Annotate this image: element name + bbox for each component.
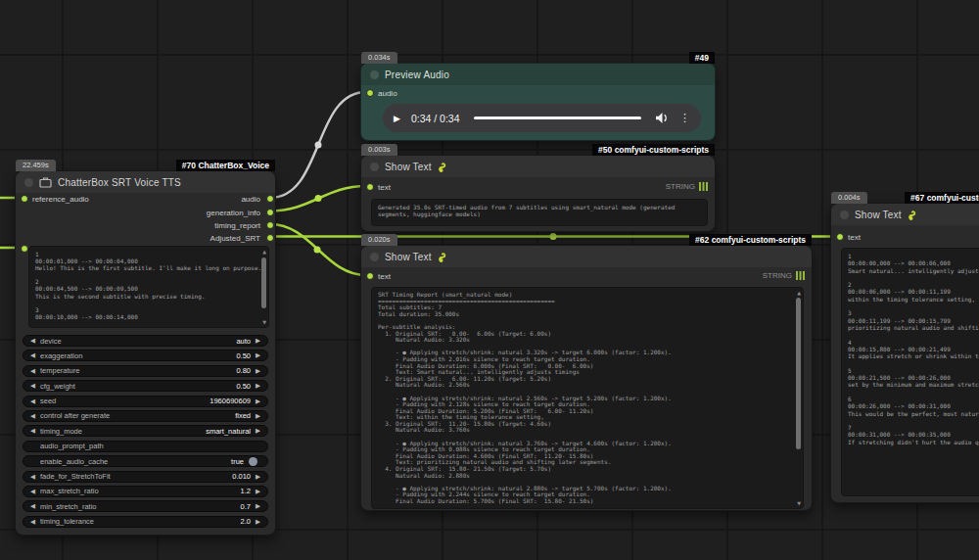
scroll-down-icon[interactable]: ▼: [797, 500, 801, 506]
widget-row[interactable]: ◀ max_stretch_ratio 1.2 ▶: [23, 486, 268, 497]
widget-row[interactable]: ◀ audio_prompt_path ▶: [23, 441, 268, 452]
scroll-up-icon[interactable]: ▲: [262, 249, 266, 255]
audio-output-label: audio: [241, 195, 260, 204]
adjusted-srt-text[interactable]: 1 00:00:00,000 --> 00:00:06,000 Smart na…: [842, 249, 979, 449]
collapse-dot-icon[interactable]: [370, 163, 379, 171]
widget-row[interactable]: ◀ timing_tolerance 2.0 ▶: [23, 516, 268, 528]
toggle-dot[interactable]: [249, 457, 257, 466]
increment-arrow-icon[interactable]: ▶: [256, 488, 260, 495]
increment-arrow-icon[interactable]: ▶: [256, 518, 260, 526]
srt-content-input-port[interactable]: [21, 245, 28, 253]
collapse-dot-icon[interactable]: [370, 70, 379, 79]
link-adjusted-srt-midpoint-dot[interactable]: [550, 233, 557, 240]
decrement-arrow-icon[interactable]: ◀: [30, 382, 35, 390]
widget-row[interactable]: ◀ cfg_weight 0.50 ▶: [23, 380, 268, 392]
widget-row[interactable]: ◀ timing_mode smart_natural ▶: [23, 425, 268, 437]
node-titlebar[interactable]: Show Text: [361, 156, 715, 177]
execution-time-badge: 0.034s: [361, 52, 397, 64]
widget-label: cfg_weight: [40, 382, 75, 391]
srt-content-widget[interactable]: 1 00:00:01,000 --> 00:00:04,000 Hello! T…: [28, 246, 269, 328]
widget-list: ◀ device auto ▶ ◀ exaggeration 0.50 ▶ ◀ …: [23, 335, 268, 531]
widget-row[interactable]: ◀ seed 1960690609 ▶: [23, 396, 268, 407]
srt-content-text[interactable]: 1 00:00:01,000 --> 00:00:04,000 Hello! T…: [29, 247, 268, 324]
timing-report-output-port[interactable]: [266, 221, 274, 229]
node-order-badge: #70 ChatterBox_Voice: [176, 160, 275, 171]
text-input-port[interactable]: [836, 233, 844, 241]
widget-label: device: [40, 337, 62, 346]
node-show-text-62[interactable]: 0.020s #62 comfyui-custom-scripts Show T…: [360, 245, 813, 511]
generation-info-output-port[interactable]: [266, 209, 274, 216]
widget-label: timing_tolerance: [40, 517, 94, 526]
scroll-down-icon[interactable]: ▼: [262, 319, 266, 325]
increment-arrow-icon[interactable]: ▶: [256, 502, 260, 510]
text-display-widget[interactable]: Generated 35.0s SRT-timed audio from 7 s…: [371, 199, 708, 226]
text-input-port[interactable]: [366, 183, 374, 191]
link-generation-info-midpoint-dot[interactable]: [315, 195, 322, 202]
widget-row[interactable]: ◀ exaggeration 0.50 ▶: [23, 350, 268, 361]
timing-report-output-label: timing_report: [214, 221, 260, 230]
increment-arrow-icon[interactable]: ▶: [256, 473, 260, 481]
collapse-dot-icon[interactable]: [840, 210, 849, 219]
widget-value: 0.50: [236, 382, 251, 391]
audio-input-port[interactable]: [366, 89, 374, 97]
node-titlebar[interactable]: ChatterBox SRT Voice TTS: [16, 171, 275, 193]
link-timing-report-midpoint-dot[interactable]: [314, 247, 321, 254]
widget-row[interactable]: ◀ fade_for_StretchToFit 0.010 ▶: [23, 471, 268, 483]
increment-arrow-icon[interactable]: ▶: [256, 397, 260, 405]
decrement-arrow-icon[interactable]: ◀: [30, 412, 35, 420]
scroll-up-icon[interactable]: ▲: [797, 290, 801, 296]
audio-output-port[interactable]: [266, 195, 274, 203]
adjusted-srt-output-port[interactable]: [266, 234, 274, 242]
widget-row[interactable]: ◀ device auto ▶: [23, 335, 268, 347]
play-button[interactable]: ▶: [394, 114, 400, 123]
audio-player[interactable]: ▶ 0:34 / 0:34 ⋮: [383, 104, 701, 132]
generation-info-text[interactable]: Generated 35.0s SRT-timed audio from 7 s…: [372, 200, 707, 221]
decrement-arrow-icon[interactable]: ◀: [30, 427, 35, 435]
increment-arrow-icon[interactable]: ▶: [256, 382, 260, 390]
player-menu-icon[interactable]: ⋮: [679, 112, 690, 124]
decrement-arrow-icon[interactable]: ◀: [30, 488, 35, 495]
python-snake-icon: [908, 209, 919, 220]
node-titlebar[interactable]: Show Text: [361, 246, 812, 267]
execution-time-badge: 0.004s: [831, 192, 867, 204]
node-titlebar[interactable]: Preview Audio: [361, 64, 715, 85]
increment-arrow-icon[interactable]: ▶: [256, 351, 260, 359]
widget-row[interactable]: ◀ enable_audio_cache true ▶: [23, 455, 268, 467]
scrollbar-thumb[interactable]: [796, 298, 801, 449]
increment-arrow-icon[interactable]: ▶: [256, 337, 260, 345]
link-audio-midpoint-dot[interactable]: [315, 142, 322, 149]
increment-arrow-icon[interactable]: ▶: [256, 427, 260, 435]
reference-audio-input-label: reference_audio: [32, 195, 89, 204]
node-show-text-50[interactable]: 0.003s #50 comfyui-custom-scripts Show T…: [360, 155, 716, 232]
widget-row[interactable]: ◀ control after generate fixed ▶: [23, 410, 268, 422]
volume-icon[interactable]: [655, 112, 670, 124]
node-graph-canvas[interactable]: { "colors": { "canvas_bg": "#1f1f1f", "w…: [0, 0, 979, 560]
decrement-arrow-icon[interactable]: ◀: [30, 473, 35, 481]
decrement-arrow-icon[interactable]: ◀: [30, 367, 35, 375]
text-display-widget[interactable]: 1 00:00:00,000 --> 00:00:06,000 Smart na…: [841, 248, 979, 496]
widget-value: smart_natural: [206, 427, 251, 436]
decrement-arrow-icon[interactable]: ◀: [30, 397, 35, 405]
increment-arrow-icon[interactable]: ▶: [256, 367, 260, 375]
seek-bar[interactable]: [474, 117, 641, 119]
node-chatterbox-srt-voice-tts[interactable]: 22.459s #70 ChatterBox_Voice ChatterBox …: [15, 170, 276, 536]
text-display-widget[interactable]: SRT Timing Report (smart_natural mode) =…: [371, 287, 804, 509]
collapse-dot-icon[interactable]: [370, 253, 379, 261]
collapse-dot-icon[interactable]: [24, 178, 33, 187]
widget-row[interactable]: ◀ min_stretch_ratio 0.7 ▶: [23, 500, 268, 512]
reference-audio-input-port[interactable]: [21, 195, 28, 203]
text-input-port[interactable]: [366, 272, 374, 280]
decrement-arrow-icon[interactable]: ◀: [30, 337, 35, 345]
decrement-arrow-icon[interactable]: ◀: [30, 518, 35, 526]
timing-report-text[interactable]: SRT Timing Report (smart_natural mode) =…: [372, 288, 803, 509]
node-titlebar[interactable]: Show Text: [831, 204, 979, 225]
string-output[interactable]: STRING: [666, 182, 708, 191]
increment-arrow-icon[interactable]: ▶: [256, 412, 260, 420]
string-output[interactable]: STRING: [763, 271, 805, 280]
scrollbar-thumb[interactable]: [261, 257, 266, 308]
node-preview-audio[interactable]: 0.034s #49 Preview Audio audio ▶ 0:34 / …: [360, 63, 716, 141]
widget-row[interactable]: ◀ temperature 0.80 ▶: [23, 365, 268, 377]
decrement-arrow-icon[interactable]: ◀: [30, 502, 35, 510]
decrement-arrow-icon[interactable]: ◀: [30, 351, 35, 359]
node-show-text-67[interactable]: 0.004s #67 comfyui-custom-scripts Show T…: [830, 203, 979, 503]
